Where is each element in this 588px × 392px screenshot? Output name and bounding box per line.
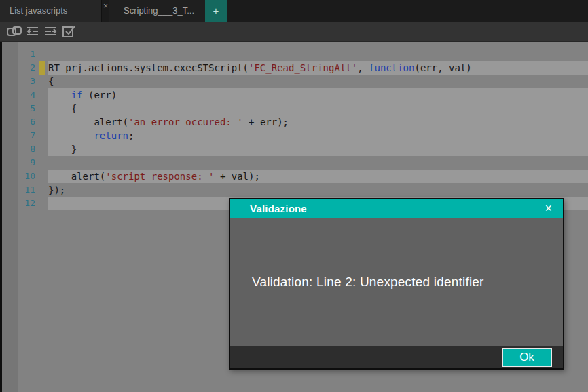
code-token: { [48,76,54,87]
code-line-text[interactable] [48,47,588,61]
code-line-text[interactable]: alert('script response: ' + val); [48,170,588,183]
code-token: }); [48,184,65,195]
code-token: alert( [48,117,128,128]
code-token: ; [128,130,134,141]
code-line: 10 alert('script response: ' + val); [2,170,588,183]
tab-bar: List javascripts × Scripting___3_T... + [0,0,588,22]
line-number: 10 [2,170,38,183]
line-number: 11 [2,183,38,197]
code-line-text[interactable]: { [48,102,588,115]
code-token: + err); [243,117,289,128]
app-window: List javascripts × Scripting___3_T... + [0,0,588,392]
marker-column [38,88,48,102]
dialog-close-icon[interactable]: × [542,199,555,218]
line-number: 5 [2,102,38,115]
code-line-text[interactable]: alert('an error occured: ' + err); [48,115,588,129]
indent-icon[interactable] [41,23,60,39]
marker-column [38,115,48,129]
code-token: (err) [83,90,117,100]
dialog-footer: Ok [230,346,563,368]
code-line: 11}); [2,183,588,197]
code-token: RT prj.actions.system.execSTScript( [48,62,249,73]
marker-column [38,61,48,75]
validation-message: Validation: Line 2: Unexpected identifie… [230,275,484,290]
code-token: alert( [48,171,105,182]
code-line: 9 [2,156,588,170]
line-number: 6 [2,115,38,129]
dialog-header: Validazione × [230,199,563,218]
marker-column [38,129,48,142]
marker-column [38,170,48,183]
code-line: 8 } [2,142,588,156]
dialog-body: Validation: Line 2: Unexpected identifie… [230,218,563,346]
code-line: 2RT prj.actions.system.execSTScript('FC_… [2,61,588,75]
tab-list-javascripts[interactable]: List javascripts [0,0,102,22]
modified-line-marker [39,61,45,75]
code-line-text[interactable]: } [48,142,588,156]
editor-toolbar [0,22,588,42]
marker-column [38,142,48,156]
outdent-icon[interactable] [23,23,41,39]
validation-dialog: Validazione × Validation: Line 2: Unexpe… [229,198,564,370]
code-token: 'script response: ' [105,171,214,182]
line-number: 9 [2,156,38,170]
code-line: 3{ [2,75,588,88]
code-line: 5 { [2,102,588,115]
new-tab-button[interactable]: + [205,0,227,22]
tab-close-icon[interactable]: × [103,1,108,11]
code-token [48,130,94,141]
marker-column [38,102,48,115]
validate-icon[interactable] [60,23,78,39]
marker-column [38,156,48,170]
code-token [48,90,71,100]
code-line-text[interactable]: RT prj.actions.system.execSTScript('FC_R… [48,61,588,75]
code-token: return [94,130,128,141]
code-lines: 12RT prj.actions.system.execSTScript('FC… [2,47,588,210]
line-number: 8 [2,142,38,156]
line-number: 4 [2,88,38,102]
tab-scripting[interactable]: Scripting___3_T... [109,0,205,22]
code-token: { [48,103,77,114]
line-number: 2 [2,61,38,75]
code-line-text[interactable]: if (err) [48,88,588,102]
code-token: 'FC_Read_StringAlt' [249,62,357,73]
marker-column [38,47,48,61]
line-number: 7 [2,129,38,142]
code-line: 6 alert('an error occured: ' + err); [2,115,588,129]
code-token: function [369,62,414,73]
code-line-text[interactable]: return; [48,129,588,142]
code-line: 1 [2,47,588,61]
code-token: (err, val) [414,62,471,73]
line-number: 1 [2,47,38,61]
code-line-text[interactable] [48,156,588,170]
code-line-text[interactable]: }); [48,183,588,197]
code-token: if [71,90,83,100]
marker-column [38,75,48,88]
code-line-text[interactable]: { [48,75,588,88]
line-number: 12 [2,197,38,210]
marker-column [38,197,48,210]
marker-column [38,183,48,197]
code-token: 'an error occured: ' [128,117,243,128]
code-line: 4 if (err) [2,88,588,102]
link-icon[interactable] [5,23,23,39]
ok-button[interactable]: Ok [502,348,552,367]
dialog-title: Validazione [250,199,307,218]
code-token: + val); [214,171,259,182]
line-number: 3 [2,75,38,88]
code-token: , [357,62,369,73]
code-token: } [48,144,77,155]
code-line: 7 return; [2,129,588,142]
